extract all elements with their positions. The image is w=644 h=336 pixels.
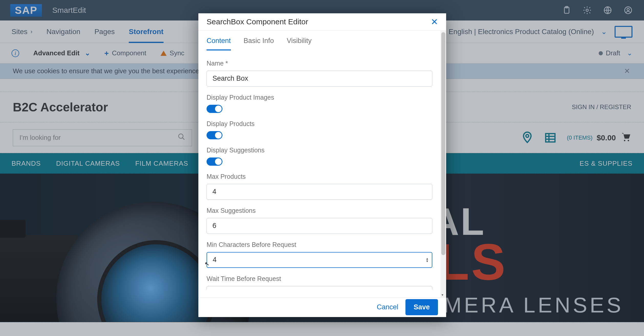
max-suggestions-input[interactable] bbox=[207, 218, 432, 234]
display-suggestions-toggle[interactable] bbox=[207, 158, 222, 166]
tab-content[interactable]: Content bbox=[207, 37, 231, 50]
modal-title: SearchBox Component Editor bbox=[207, 17, 431, 26]
name-label: Name * bbox=[207, 60, 432, 67]
modal-tabs: Content Basic Info Visibility bbox=[207, 31, 432, 50]
modal-scrollbar[interactable]: ▴ ▾ bbox=[441, 31, 446, 297]
modal-body: Content Basic Info Visibility Name * Dis… bbox=[198, 31, 441, 297]
tab-visibility[interactable]: Visibility bbox=[287, 37, 312, 50]
wait-time-label: Wait Time Before Request bbox=[207, 275, 432, 282]
min-chars-input[interactable] bbox=[207, 252, 432, 268]
tab-basic-info[interactable]: Basic Info bbox=[244, 37, 274, 50]
save-button[interactable]: Save bbox=[405, 299, 438, 315]
close-icon[interactable]: ✕ bbox=[431, 17, 438, 27]
scroll-down-icon[interactable]: ▾ bbox=[442, 293, 443, 297]
modal-footer: Cancel Save bbox=[198, 297, 446, 317]
min-chars-label: Min Characters Before Request bbox=[207, 241, 432, 248]
display-images-toggle[interactable] bbox=[207, 105, 222, 113]
display-products-toggle[interactable] bbox=[207, 131, 222, 139]
display-suggestions-label: Display Suggestions bbox=[207, 146, 432, 154]
max-products-label: Max Products bbox=[207, 173, 432, 180]
component-editor-modal: SearchBox Component Editor ✕ Content Bas… bbox=[198, 13, 446, 317]
max-products-input[interactable] bbox=[207, 184, 432, 200]
stepper-arrows-icon[interactable]: ▲▼ bbox=[426, 257, 429, 262]
display-images-label: Display Product Images bbox=[207, 94, 432, 101]
modal-header: SearchBox Component Editor ✕ bbox=[198, 13, 446, 31]
max-suggestions-label: Max Suggestions bbox=[207, 207, 432, 214]
cancel-button[interactable]: Cancel bbox=[377, 303, 398, 311]
scroll-thumb[interactable] bbox=[441, 32, 445, 255]
name-input[interactable] bbox=[207, 71, 432, 87]
display-products-label: Display Products bbox=[207, 120, 432, 128]
